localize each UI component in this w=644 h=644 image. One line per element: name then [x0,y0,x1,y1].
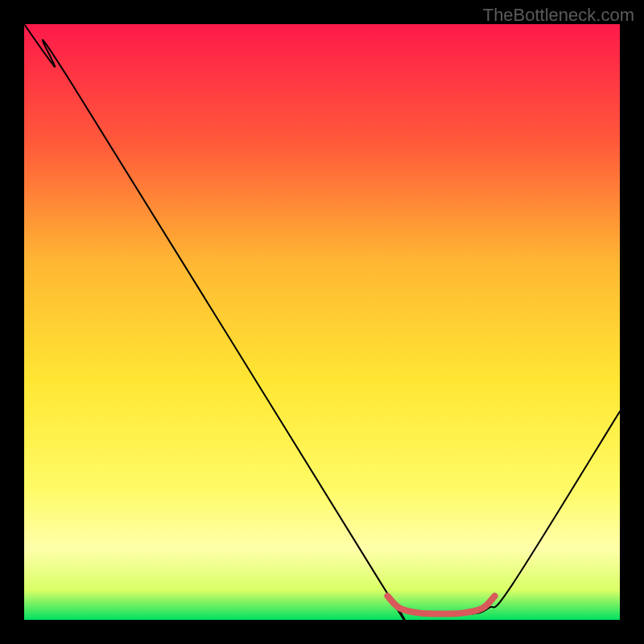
chart-svg [24,24,620,620]
chart-background [24,24,620,620]
chart-plot [24,24,620,620]
watermark-text: TheBottleneck.com [483,5,634,26]
